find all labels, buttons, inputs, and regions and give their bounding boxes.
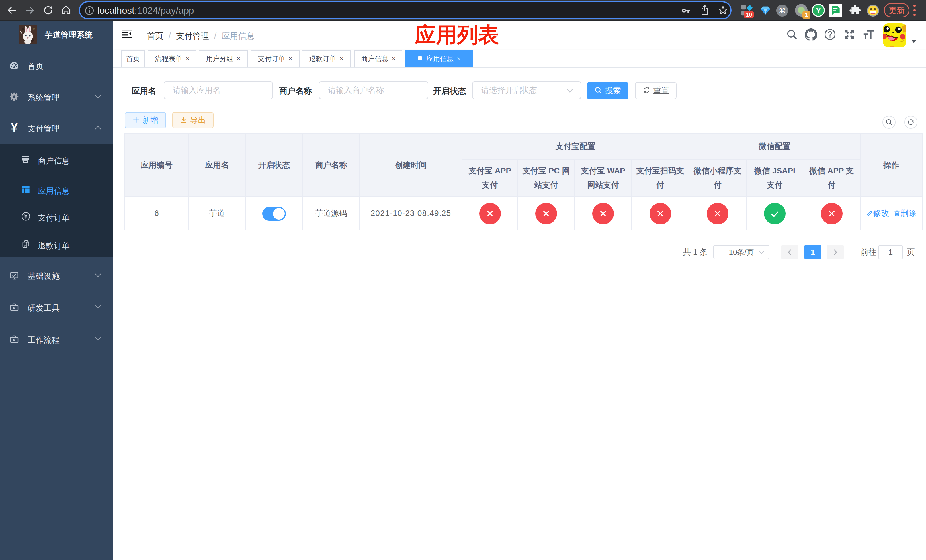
svg-text:⌘: ⌘ [779,7,786,15]
svg-text:Y: Y [816,6,821,15]
